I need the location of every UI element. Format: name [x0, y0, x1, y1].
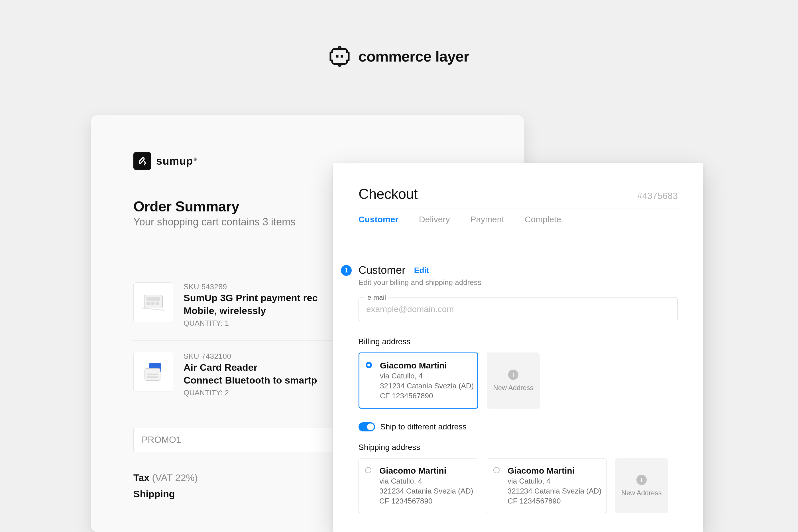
step-customer[interactable]: Customer: [359, 214, 398, 224]
commerce-layer-logo-icon: [329, 45, 350, 67]
page-background: commerce layer sumup® Order Summary Your…: [0, 0, 798, 532]
address-line: 321234 Catania Svezia (AD): [508, 487, 597, 495]
product-thumbnail: [133, 282, 173, 322]
svg-rect-5: [151, 302, 154, 305]
checkout-card: Checkout #4375683 Customer Delivery Paym…: [333, 163, 703, 532]
customer-section: 1 Customer Edit Edit your billing and sh…: [359, 264, 678, 513]
address-radio-icon[interactable]: [493, 467, 500, 473]
sumup-mark-icon: [133, 152, 151, 170]
product-thumbnail: [133, 352, 173, 392]
new-billing-address-button[interactable]: + New Address: [487, 353, 540, 408]
promo-code-value: PROMO1: [141, 435, 181, 445]
brand-header: commerce layer: [329, 45, 469, 67]
step-complete[interactable]: Complete: [525, 214, 561, 224]
line-item-name-2: Mobile, wirelessly: [184, 305, 318, 317]
address-line: via Catullo, 4: [508, 477, 597, 486]
svg-rect-3: [147, 297, 160, 301]
address-line: via Catullo, 4: [379, 477, 469, 486]
address-name: Giacomo Martini: [508, 466, 597, 476]
address-name: Giacomo Martini: [380, 361, 469, 370]
plus-icon: +: [636, 475, 647, 485]
merchant-name: sumup®: [156, 155, 197, 167]
address-name: Giacomo Martini: [379, 466, 469, 476]
billing-address-card[interactable]: Giacomo Martini via Catullo, 4 321234 Ca…: [359, 353, 478, 408]
ship-to-different-label: Ship to different address: [380, 422, 467, 432]
checkout-steps: Customer Delivery Payment Complete: [359, 214, 678, 224]
tax-note: (VAT 22%): [152, 472, 198, 483]
email-input[interactable]: [366, 304, 670, 314]
line-item-sku: SKU 543289: [184, 282, 318, 291]
new-shipping-address-button[interactable]: + New Address: [615, 458, 668, 513]
new-address-label: New Address: [621, 489, 662, 497]
address-radio-icon[interactable]: [366, 362, 372, 368]
ship-to-different-toggle[interactable]: [359, 422, 375, 432]
svg-rect-10: [147, 376, 158, 378]
address-line: CF 1234567890: [379, 497, 469, 506]
shipping-address-card[interactable]: Giacomo Martini via Catullo, 4 321234 Ca…: [359, 458, 478, 513]
address-line: CF 1234567890: [508, 497, 597, 506]
email-field-wrapper: e-mail: [359, 297, 678, 321]
new-address-label: New Address: [493, 384, 533, 392]
billing-address-row: Giacomo Martini via Catullo, 4 321234 Ca…: [359, 353, 678, 408]
step-delivery[interactable]: Delivery: [419, 214, 450, 224]
address-line: CF 1234567890: [380, 392, 469, 400]
svg-rect-1: [341, 55, 343, 58]
svg-rect-4: [147, 302, 150, 305]
step-payment[interactable]: Payment: [470, 214, 504, 224]
address-line: 321234 Catania Svezia (AD): [380, 382, 469, 391]
checkout-title: Checkout: [359, 186, 418, 202]
email-label: e-mail: [365, 293, 388, 302]
checkout-header: Checkout #4375683: [359, 186, 678, 209]
edit-customer-link[interactable]: Edit: [414, 266, 429, 275]
plus-icon: +: [508, 369, 518, 380]
brand-name: commerce layer: [358, 48, 469, 65]
line-item-name: Air Card Reader: [184, 361, 317, 374]
shipping-address-card[interactable]: Giacomo Martini via Catullo, 4 321234 Ca…: [487, 458, 607, 513]
address-line: via Catullo, 4: [380, 372, 469, 380]
checkout-order-id: #4375683: [637, 191, 678, 201]
svg-rect-9: [147, 374, 158, 375]
line-item-qty: QUANTITY: 1: [184, 319, 318, 328]
line-item-qty: QUANTITY: 2: [184, 388, 317, 397]
ship-to-different-row: Ship to different address: [359, 422, 678, 432]
svg-rect-0: [336, 55, 338, 58]
line-item-name: SumUp 3G Print payment rec: [184, 292, 318, 304]
step-number-badge: 1: [341, 265, 352, 276]
customer-section-subtitle: Edit your billing and shipping address: [359, 278, 678, 287]
shipping-label: Shipping: [133, 489, 175, 499]
address-radio-icon[interactable]: [365, 467, 372, 473]
customer-section-title: Customer: [359, 264, 405, 277]
shipping-address-label: Shipping address: [359, 443, 678, 452]
svg-rect-6: [156, 302, 159, 305]
line-item-sku: SKU 7432100: [184, 352, 317, 361]
shipping-address-row: Giacomo Martini via Catullo, 4 321234 Ca…: [359, 458, 678, 513]
line-item-name-2: Connect Bluetooth to smartp: [184, 374, 317, 386]
tax-label: Tax: [133, 472, 149, 483]
address-line: 321234 Catania Svezia (AD): [379, 487, 469, 495]
billing-address-label: Billing address: [359, 337, 678, 346]
